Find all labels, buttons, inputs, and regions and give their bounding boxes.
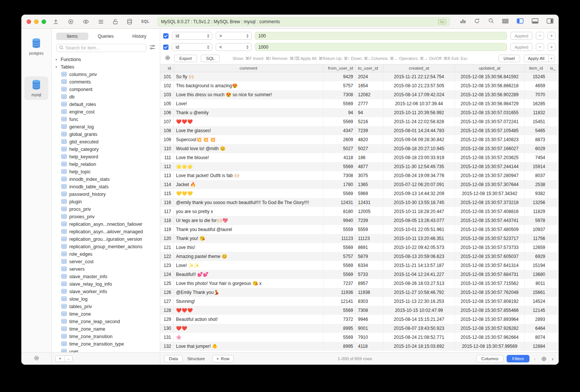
cell-from_user_id[interactable]: 2609 [324, 135, 356, 144]
cell-from_user_id[interactable]: 7308 [324, 90, 356, 99]
cell-created_at[interactable]: 2015-10-01 22:05:51.961 [383, 225, 455, 234]
cell-from_user_id[interactable]: 94 [324, 108, 356, 117]
cell-comment[interactable]: Love this dress so much 😍 so nice for su… [174, 90, 324, 99]
cell-updated_at[interactable]: 2015-12-08 15:30:57.893964 [455, 315, 525, 324]
filter-value-input[interactable] [255, 43, 507, 51]
sidebar-table-item[interactable]: servers [52, 265, 160, 273]
cell-created_at[interactable]: 2015-08-10 21:23:57.505 [383, 81, 455, 90]
cell-updated_at[interactable]: 2015-12-08 15:30:57.480509 [455, 225, 525, 234]
cell-item_id[interactable]: 9382 [525, 189, 548, 198]
cell-comment[interactable]: Love the glasses! [174, 126, 324, 135]
lock-icon[interactable] [113, 19, 118, 25]
cell-is_[interactable] [548, 342, 559, 351]
column-header-id[interactable]: id [160, 64, 174, 72]
cell-comment[interactable]: 🌟🌟🌟 [174, 162, 324, 171]
cell-comment[interactable]: Amazing pastel theme 😊 [174, 252, 324, 261]
cell-item_id[interactable]: 15914 [525, 162, 548, 171]
cell-from_user_id[interactable]: 5569 [324, 333, 356, 342]
cell-item_id[interactable]: 13680 [525, 270, 548, 279]
cell-comment[interactable]: Supercool💥 💥 💥 [174, 135, 324, 144]
sidebar-table-item[interactable]: help_relation [52, 161, 160, 168]
cell-comment[interactable]: Stunning! [174, 297, 324, 306]
cell-created_at[interactable]: 2015-08-24 21:08:52.771 [383, 333, 455, 342]
cell-item_id[interactable]: 16285 [525, 99, 548, 108]
cell-id[interactable]: 109 [160, 135, 174, 144]
cell-created_at[interactable]: 2015-11-30 12:54:49.735 [383, 162, 455, 171]
tree-section-functions[interactable]: ▾ Functions [52, 56, 160, 63]
cell-from_user_id[interactable]: 5559 [324, 225, 356, 234]
cell-from_user_id[interactable]: 5569 [324, 162, 356, 171]
cell-to_user_id[interactable]: 5027 [356, 144, 383, 153]
columns-button[interactable]: Columns [476, 355, 504, 362]
cell-item_id[interactable]: 6464 [525, 324, 548, 333]
cell-id[interactable]: 123 [160, 261, 174, 270]
cell-id[interactable]: 118 [160, 216, 174, 225]
cell-created_at[interactable]: 2015-10-30 13:55:18.745 [383, 198, 455, 207]
cell-created_at[interactable]: 2015-10-24 18:15:03.692 [383, 342, 455, 351]
connection-mysql[interactable]: mysql [24, 76, 48, 100]
cell-to_user_id[interactable]: 5216 [356, 117, 383, 126]
cell-from_user_id[interactable]: 5569 [324, 189, 356, 198]
sidebar-table-item[interactable]: time_zone_leap_second [52, 318, 160, 325]
filter-sliders-icon[interactable] [149, 45, 155, 51]
cell-id[interactable]: 129 [160, 315, 174, 324]
cell-created_at[interactable]: 2015-11-21 14:13:57.187 [383, 261, 455, 270]
cell-from_user_id[interactable]: 7308 [324, 171, 356, 180]
cell-updated_at[interactable]: 2015-12-08 15:30:57.808192 [455, 297, 525, 306]
table-row[interactable]: 102This background is amazing😍5757165420… [160, 81, 559, 90]
sidebar-table-item[interactable]: help_topic [52, 168, 160, 176]
cell-item_id[interactable]: 12884 [525, 342, 548, 351]
cell-id[interactable]: 110 [160, 144, 174, 153]
cell-is_[interactable] [548, 315, 559, 324]
filter-remove-button[interactable]: − [536, 32, 544, 40]
table-row[interactable]: 111Love the blouse!41181862015-08-18 23:… [160, 153, 559, 162]
cell-is_[interactable] [548, 333, 559, 342]
cell-id[interactable]: 131 [160, 333, 174, 342]
cell-comment[interactable]: This background is amazing😍 [174, 81, 324, 90]
sidebar-table-item[interactable]: role_edges [52, 250, 160, 258]
sidebar-table-item[interactable]: slow_log [52, 295, 160, 303]
column-header-to_user_id[interactable]: to_user_id [356, 64, 383, 72]
sidebar-table-item[interactable]: innodb_index_stats [52, 176, 160, 183]
cell-created_at[interactable]: 2015-12-06 10:37:39.44 [383, 99, 455, 108]
cell-is_[interactable] [548, 252, 559, 261]
cell-updated_at[interactable]: 2015-12-08 15:30:57.762048 [455, 288, 525, 297]
table-row[interactable]: 116@emily thank you soooo much beautiful… [160, 198, 559, 207]
cell-is_[interactable] [548, 225, 559, 234]
cell-item_id[interactable]: 4659 [525, 81, 548, 90]
cell-from_user_id[interactable]: 5569 [324, 306, 356, 315]
export-button[interactable]: Export [174, 55, 197, 62]
cell-created_at[interactable]: 2015-07-12 06:20:07.091 [383, 180, 455, 189]
sidebar-table-item[interactable]: replication_asyn...ailover_managed [52, 228, 160, 235]
cell-to_user_id[interactable]: 7308 [356, 306, 383, 315]
cell-id[interactable]: 120 [160, 234, 174, 243]
tree-section-tables[interactable]: ▾ Tables [52, 63, 160, 71]
tab-queries[interactable]: Queries [90, 33, 122, 40]
cell-is_[interactable] [548, 162, 559, 171]
table-row[interactable]: 123Love! ✨✨556963342015-11-21 14:13:57.1… [160, 261, 559, 270]
cell-to_user_id[interactable]: 11936 [356, 288, 383, 297]
cell-updated_at[interactable]: 2015-12-08 15:30:57.641314 [455, 261, 525, 270]
sidebar-table-item[interactable]: default_roles [52, 101, 160, 108]
cell-id[interactable]: 114 [160, 180, 174, 189]
cell-from_user_id[interactable]: 5027 [324, 144, 356, 153]
table-row[interactable]: 132Love that jumper! 🐥899541182015-10-24… [160, 342, 559, 351]
cell-created_at[interactable]: 2015-11-21 22:12:54.754 [383, 72, 455, 81]
cell-comment[interactable]: Would love to! @mith 😊 [174, 144, 324, 153]
cell-id[interactable]: 117 [160, 207, 174, 216]
tab-items[interactable]: Items [56, 33, 88, 40]
cell-to_user_id[interactable]: 4118 [356, 342, 383, 351]
cell-created_at[interactable]: 2015-10-11 20:39:56.992 [383, 108, 455, 117]
cell-comment[interactable]: Love the blouse! [174, 153, 324, 162]
cell-comment[interactable]: Beautiful action shot! [174, 315, 324, 324]
table-row[interactable]: 107❤️❤️❤️556952162015-11-24 22:02:58.828… [160, 117, 559, 126]
cell-is_[interactable] [548, 234, 559, 243]
cell-created_at[interactable]: 2015-08-07 19:43:50.923 [383, 324, 455, 333]
cell-is_[interactable] [548, 90, 559, 99]
column-header-item_id[interactable]: item_id [525, 64, 548, 72]
cell-is_[interactable] [548, 207, 559, 216]
cell-item_id[interactable]: 6029 [525, 144, 548, 153]
cell-id[interactable]: 111 [160, 153, 174, 162]
sidebar-table-item[interactable]: proxies_priv [52, 213, 160, 221]
cell-id[interactable]: 116 [160, 198, 174, 207]
